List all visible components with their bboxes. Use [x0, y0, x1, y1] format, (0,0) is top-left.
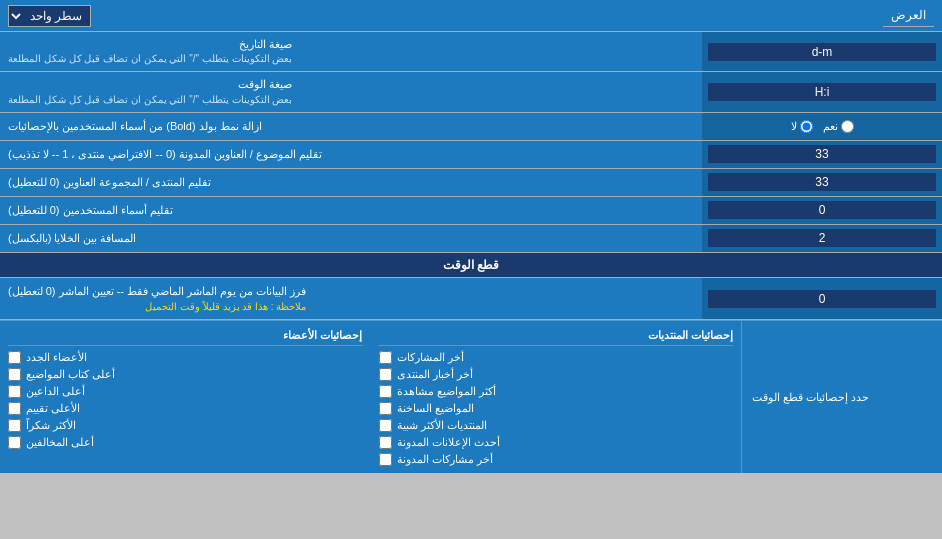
order-topics-row: تقليم الموضوع / العناوين المدونة (0 -- ا…	[0, 141, 942, 169]
bold-no-radio[interactable]	[800, 120, 813, 133]
stat-latest-announcements-checkbox[interactable]	[379, 436, 392, 449]
stats-col1-header: إحصائيات المنتديات	[379, 326, 734, 346]
stats-item: المنتديات الأكثر شبية	[379, 417, 734, 434]
stat-top-inviters-checkbox[interactable]	[8, 385, 21, 398]
stats-columns: إحصائيات المنتديات أخر المشاركات أخر أخب…	[0, 321, 742, 473]
time-format-row: صيغة الوقت بعض التكوينات يتطلب "/" التي …	[0, 72, 942, 112]
cutoff-input-container	[702, 278, 942, 320]
stat-last-posts-label[interactable]: أخر المشاركات	[397, 351, 464, 364]
order-forum-input[interactable]	[708, 173, 936, 191]
display-select[interactable]: سطر واحد سطرين ثلاثة أسطر	[8, 5, 91, 27]
stat-top-violators-label[interactable]: أعلى المخالفين	[26, 436, 94, 449]
order-users-input-container	[702, 197, 942, 224]
stat-last-blog-posts-label[interactable]: أخر مشاركات المدونة	[397, 453, 493, 466]
stats-col2-header: إحصائيات الأعضاء	[8, 326, 363, 346]
cutoff-label: فرز البيانات من يوم الماشر الماضي فقط --…	[0, 278, 702, 320]
stats-item: الأعلى تقييم	[8, 400, 363, 417]
order-topics-input-container	[702, 141, 942, 168]
distance-input-container	[702, 225, 942, 252]
stat-similar-forums-checkbox[interactable]	[379, 419, 392, 432]
time-format-label: صيغة الوقت بعض التكوينات يتطلب "/" التي …	[0, 72, 702, 111]
bold-no-label[interactable]: لا	[791, 120, 813, 133]
distance-label: المسافة بين الخلايا (بالبكسل)	[0, 225, 702, 252]
bold-yes-label[interactable]: نعم	[823, 120, 854, 133]
order-forum-input-container	[702, 169, 942, 196]
stat-hot-topics-label[interactable]: المواضيع الساخنة	[397, 402, 474, 415]
date-format-input[interactable]	[708, 43, 936, 61]
stat-top-writers-label[interactable]: أعلى كتاب المواضيع	[26, 368, 115, 381]
stat-top-inviters-label[interactable]: أعلى الداعين	[26, 385, 85, 398]
stats-cols-row: إحصائيات المنتديات أخر المشاركات أخر أخب…	[0, 321, 742, 473]
stats-col1: إحصائيات المنتديات أخر المشاركات أخر أخب…	[371, 321, 743, 473]
stats-col2: إحصائيات الأعضاء الأعضاء الجدد أعلى كتاب…	[0, 321, 371, 473]
stat-last-posts-checkbox[interactable]	[379, 351, 392, 364]
bold-radio-area: نعم لا	[702, 113, 942, 140]
cutoff-header: قطع الوقت	[0, 253, 942, 278]
bold-radio-row: نعم لا ازالة نمط بولد (Bold) من أسماء ال…	[0, 113, 942, 141]
stat-new-members-label[interactable]: الأعضاء الجدد	[26, 351, 87, 364]
stat-top-violators-checkbox[interactable]	[8, 436, 21, 449]
cutoff-input[interactable]	[708, 290, 936, 308]
order-users-input[interactable]	[708, 201, 936, 219]
order-forum-label: تقليم المنتدى / المجموعة العناوين (0 للت…	[0, 169, 702, 196]
stats-item: أحدث الإعلانات المدونة	[379, 434, 734, 451]
stat-new-members-checkbox[interactable]	[8, 351, 21, 364]
date-format-input-container	[702, 32, 942, 71]
bold-label: ازالة نمط بولد (Bold) من أسماء المستخدمي…	[0, 113, 702, 140]
distance-row: المسافة بين الخلايا (بالبكسل)	[0, 225, 942, 253]
date-format-label: صيغة التاريخ بعض التكوينات يتطلب "/" الت…	[0, 32, 702, 71]
stat-top-rated-checkbox[interactable]	[8, 402, 21, 415]
order-users-row: تقليم أسماء المستخدمين (0 للتعطيل)	[0, 197, 942, 225]
stat-similar-forums-label[interactable]: المنتديات الأكثر شبية	[397, 419, 487, 432]
bold-yes-radio[interactable]	[841, 120, 854, 133]
stats-item: أخر المشاركات	[379, 349, 734, 366]
stats-item: أخر أخبار المنتدى	[379, 366, 734, 383]
stats-item: أعلى كتاب المواضيع	[8, 366, 363, 383]
stats-item: الأكثر شكراً	[8, 417, 363, 434]
stat-forum-news-checkbox[interactable]	[379, 368, 392, 381]
stat-most-viewed-checkbox[interactable]	[379, 385, 392, 398]
order-users-label: تقليم أسماء المستخدمين (0 للتعطيل)	[0, 197, 702, 224]
cutoff-row: فرز البيانات من يوم الماشر الماضي فقط --…	[0, 278, 942, 321]
stats-main-label: حدد إحصائيات قطع الوقت	[742, 321, 942, 473]
order-forum-row: تقليم المنتدى / المجموعة العناوين (0 للت…	[0, 169, 942, 197]
stats-item: الأعضاء الجدد	[8, 349, 363, 366]
stats-item: أعلى المخالفين	[8, 434, 363, 451]
stat-hot-topics-checkbox[interactable]	[379, 402, 392, 415]
distance-input[interactable]	[708, 229, 936, 247]
stat-top-rated-label[interactable]: الأعلى تقييم	[26, 402, 80, 415]
stats-item: أخر مشاركات المدونة	[379, 451, 734, 468]
stats-section: حدد إحصائيات قطع الوقت إحصائيات المنتديا…	[0, 320, 942, 473]
stats-item: المواضيع الساخنة	[379, 400, 734, 417]
stats-item: أعلى الداعين	[8, 383, 363, 400]
stat-last-blog-posts-checkbox[interactable]	[379, 453, 392, 466]
stat-most-viewed-label[interactable]: أكثر المواضيع مشاهدة	[397, 385, 496, 398]
order-topics-label: تقليم الموضوع / العناوين المدونة (0 -- ا…	[0, 141, 702, 168]
stat-most-thanked-label[interactable]: الأكثر شكراً	[26, 419, 76, 432]
stat-latest-announcements-label[interactable]: أحدث الإعلانات المدونة	[397, 436, 500, 449]
stat-forum-news-label[interactable]: أخر أخبار المنتدى	[397, 368, 473, 381]
order-topics-input[interactable]	[708, 145, 936, 163]
main-container: العرض سطر واحد سطرين ثلاثة أسطر صيغة الت…	[0, 0, 942, 473]
header-row: العرض سطر واحد سطرين ثلاثة أسطر	[0, 0, 942, 32]
stats-item: أكثر المواضيع مشاهدة	[379, 383, 734, 400]
stat-top-writers-checkbox[interactable]	[8, 368, 21, 381]
header-label: العرض	[883, 4, 934, 27]
time-format-input[interactable]	[708, 83, 936, 101]
time-format-input-container	[702, 72, 942, 111]
stat-most-thanked-checkbox[interactable]	[8, 419, 21, 432]
date-format-row: صيغة التاريخ بعض التكوينات يتطلب "/" الت…	[0, 32, 942, 72]
